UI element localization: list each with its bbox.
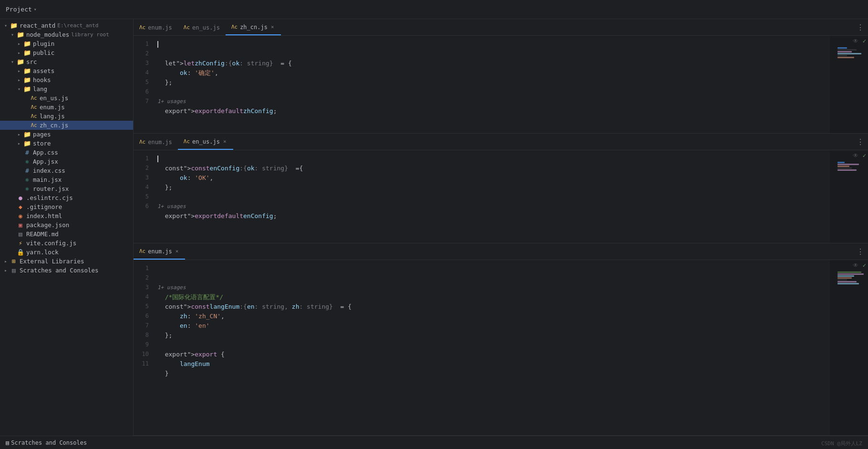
- code-line-7: export">export default zhConfig;: [157, 106, 830, 116]
- line-numbers-1: 1234567: [134, 36, 154, 133]
- scratches-label[interactable]: ▤ Scratches and Consoles: [6, 439, 87, 446]
- sidebar-item-main_jsx[interactable]: ⚛main.jsx: [0, 175, 133, 184]
- tree-arrow-react_antd: ▾: [2, 23, 10, 28]
- sidebar-item-pages[interactable]: ▸📁pages: [0, 130, 133, 139]
- sidebar-item-app_css[interactable]: #App.css: [0, 148, 133, 157]
- cursor: [157, 156, 158, 162]
- sidebar: ▾📁react_antdE:\react_antd▾📁node_modulesl…: [0, 19, 134, 436]
- code-line-1: [157, 154, 830, 164]
- sidebar-label-app_css: App.css: [33, 149, 58, 156]
- sidebar-label-index_html: index.html: [26, 212, 62, 219]
- line-num-7: 7: [134, 321, 154, 331]
- minimap-eye-icon-3[interactable]: 👁: [853, 262, 858, 269]
- sidebar-item-external_libraries[interactable]: ▸⊞External Libraries: [0, 257, 133, 266]
- file-icon-src: 📁: [16, 58, 25, 65]
- sidebar-item-app_jsx[interactable]: ⚛App.jsx: [0, 157, 133, 166]
- tab-enum_js[interactable]: Ʌcenum.js: [134, 19, 178, 35]
- code-line-3: ok: 'OK',: [157, 173, 830, 183]
- tab-enum_js3[interactable]: Ʌcenum.js×: [134, 243, 185, 260]
- tree-arrow-lang: ▾: [15, 86, 23, 92]
- sidebar-item-src[interactable]: ▾📁src: [0, 57, 133, 66]
- sidebar-item-en_us_js[interactable]: Ʌcen_us.js: [0, 94, 133, 103]
- tab-icon-en_us_js2: Ʌc: [184, 138, 190, 145]
- sidebar-item-lang_js[interactable]: Ʌclang.js: [0, 112, 133, 121]
- code-line-2: [157, 273, 830, 283]
- editor-area: Ʌcenum.jsɅcen_us.jsɅczh_cn.js×⋮ 1234567 …: [134, 19, 868, 436]
- code-line-8: [157, 340, 830, 350]
- sidebar-label-vite_config: vite.config.js: [26, 240, 76, 247]
- code-editor-2[interactable]: const">const enConfig :{ok: string} ={ o…: [154, 150, 830, 243]
- file-icon-readme_md: ▤: [16, 230, 25, 238]
- sidebar-label-node_modules: node_modules: [26, 31, 69, 38]
- sidebar-item-readme_md[interactable]: ▤README.md: [0, 230, 133, 239]
- line-num-1: 1: [134, 154, 154, 164]
- code-content-2[interactable]: 123456 const">const enConfig :{ok: strin…: [134, 150, 868, 243]
- tab-close-en_us_js2[interactable]: ×: [222, 138, 227, 145]
- sidebar-label-store: store: [33, 140, 51, 147]
- sidebar-item-yarn_lock[interactable]: 🔒yarn.lock: [0, 248, 133, 257]
- minimap-check-icon-2: ✓: [863, 152, 866, 159]
- tab-close-enum_js3[interactable]: ×: [175, 248, 180, 255]
- sidebar-label-scratches: Scratches and Consoles: [20, 267, 99, 274]
- code-content-3[interactable]: 1234567891011 1+ usages /*国际化语言配置*/ cons…: [134, 260, 868, 435]
- sidebar-item-plugin[interactable]: ▸📁plugin: [0, 39, 133, 48]
- sidebar-item-lang[interactable]: ▾📁lang: [0, 84, 133, 94]
- line-num-10: 10: [134, 350, 154, 359]
- tree-arrow-plugin: ▸: [15, 41, 23, 46]
- tab-close-zh_cn_js[interactable]: ×: [270, 23, 275, 31]
- sidebar-item-enum_js[interactable]: Ʌcenum.js: [0, 103, 133, 112]
- line-num-3: 3: [134, 283, 154, 292]
- line-num-5: 5: [134, 78, 154, 87]
- sidebar-label-lang: lang: [33, 85, 47, 93]
- sidebar-item-package_json[interactable]: ▣package.json: [0, 220, 133, 230]
- sidebar-item-eslintrc[interactable]: ●.eslintrc.cjs: [0, 193, 133, 202]
- pane-menu-icon[interactable]: ⋮: [853, 137, 868, 146]
- sidebar-item-node_modules[interactable]: ▾📁node_moduleslibrary root: [0, 30, 133, 39]
- sidebar-label-hooks: hooks: [33, 76, 51, 84]
- sidebar-label-package_json: package.json: [26, 221, 69, 229]
- sidebar-item-gitignore[interactable]: ◆.gitignore: [0, 202, 133, 211]
- tab-enum_js2[interactable]: Ʌcenum.js: [134, 134, 178, 150]
- tab-zh_cn_js[interactable]: Ʌczh_cn.js×: [226, 19, 281, 35]
- sidebar-item-vite_config[interactable]: ⚡vite.config.js: [0, 239, 133, 248]
- sidebar-item-public[interactable]: ▸📁public: [0, 48, 133, 57]
- sidebar-item-scratches[interactable]: ▸▤Scratches and Consoles: [0, 266, 133, 275]
- sidebar-item-index_html[interactable]: ◉index.html: [0, 211, 133, 220]
- file-icon-zh_cn_js: Ʌc: [30, 122, 38, 128]
- minimap-eye-icon[interactable]: 👁: [853, 38, 858, 44]
- code-editor-1[interactable]: let">let zhConfig :{ok: string} = { ok: …: [154, 36, 830, 133]
- sidebar-label-gitignore: .gitignore: [26, 203, 62, 210]
- tab-en_us_js2[interactable]: Ʌcen_us.js×: [178, 134, 233, 150]
- sidebar-item-react_antd[interactable]: ▾📁react_antdE:\react_antd: [0, 21, 133, 30]
- main-layout: ▾📁react_antdE:\react_antd▾📁node_modulesl…: [0, 19, 868, 436]
- bottom-bar: ▤ Scratches and Consoles: [0, 436, 868, 449]
- sidebar-item-hooks[interactable]: ▸📁hooks: [0, 75, 133, 84]
- tree-arrow-node_modules: ▾: [9, 32, 16, 37]
- minimap-eye-icon-2[interactable]: 👁: [853, 152, 858, 159]
- sidebar-label-app_jsx: App.jsx: [33, 158, 58, 165]
- line-num-4: 4: [134, 292, 154, 302]
- file-icon-scratches: ▤: [10, 267, 18, 274]
- code-editor-3[interactable]: 1+ usages /*国际化语言配置*/ const">const langE…: [154, 260, 830, 435]
- code-line-4: const">const langEnum :{en: string, zh: …: [157, 302, 830, 312]
- file-icon-index_css: #: [23, 167, 31, 174]
- pane-menu-icon[interactable]: ⋮: [853, 247, 868, 256]
- sidebar-item-assets[interactable]: ▸📁assets: [0, 66, 133, 75]
- editor-pane-2: Ʌcenum.jsɅcen_us.js×⋮ 123456 const">cons…: [134, 134, 868, 243]
- pane-menu-icon[interactable]: ⋮: [853, 23, 868, 32]
- sidebar-item-zh_cn_js[interactable]: Ʌczh_cn.js: [0, 121, 133, 130]
- sidebar-item-router_jsx[interactable]: ⚛router.jsx: [0, 184, 133, 193]
- sidebar-item-index_css[interactable]: #index.css: [0, 166, 133, 175]
- sidebar-label-plugin: plugin: [33, 40, 54, 47]
- file-icon-gitignore: ◆: [16, 203, 25, 210]
- file-icon-node_modules: 📁: [16, 31, 25, 38]
- tree-arrow-pages: ▸: [15, 132, 23, 137]
- tree-arrow-src: ▾: [9, 59, 16, 64]
- top-bar: Project ▾: [0, 0, 868, 19]
- code-content-1[interactable]: 1234567 let">let zhConfig :{ok: string} …: [134, 36, 868, 133]
- project-title[interactable]: Project ▾: [6, 6, 37, 13]
- sidebar-item-store[interactable]: ▸📁store: [0, 139, 133, 148]
- tab-en_us_js[interactable]: Ʌcen_us.js: [178, 19, 226, 35]
- usages-line: 1+ usages: [157, 283, 830, 292]
- watermark: CSDN @局外人LZ: [821, 440, 862, 447]
